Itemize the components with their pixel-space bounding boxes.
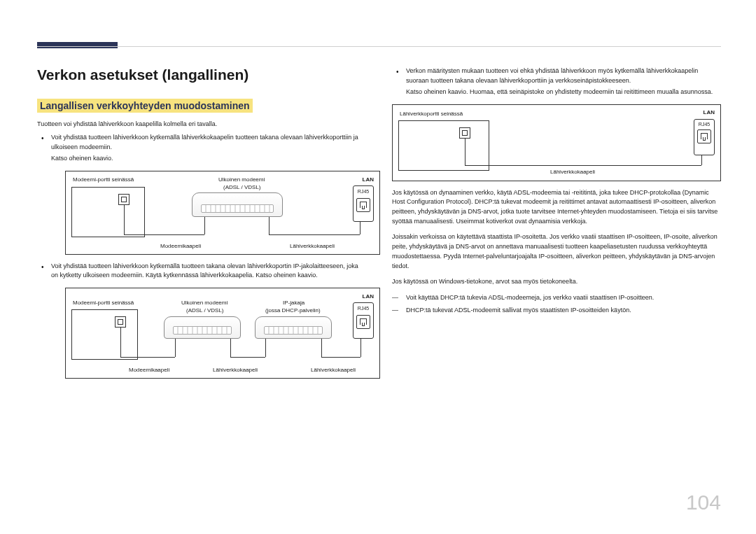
cable-segment [124,205,125,234]
cable-segment [321,357,360,358]
method-item-2: Voit yhdistää tuotteen lähiverkkoon kytk… [51,262,366,379]
note-1: Voit käyttää DHCP:tä tukevia ADSL-modeem… [392,293,721,302]
modem-icon [192,192,283,217]
cable-segment [230,339,231,357]
diagram-splitter: Modeemi-portti seinässä Ulkoinen modeemi… [65,288,380,379]
lan-label: LAN [704,109,715,115]
cable-label: Modeemikaapeli [160,242,201,251]
section-heading: Langallisen verkkoyhteyden muodostaminen [37,99,253,113]
cable-segment [124,234,204,235]
right-column: Verkon määritysten mukaan tuotteen voi e… [392,66,721,316]
wall-label: Modeemi-portti seinässä [73,176,134,184]
splitter-sublabel: (jossa DHCP-palvelin) [265,307,321,315]
modem-sublabel: (ADSL / VDSL) [186,307,224,315]
cable-label: Lähiverkkokaapeli [213,366,258,374]
wall-panel [398,120,489,171]
cable-segment [360,222,360,234]
paragraph-static: Joissakin verkoissa on käytettävä staatt… [392,232,721,272]
cable-segment [230,357,265,358]
rj45-icon [697,129,711,143]
cable-segment [321,339,322,357]
intro-text: Tuotteen voi yhdistää lähiverkkoon kaape… [37,120,366,129]
method-list-right: Verkon määritysten mukaan tuotteen voi e… [392,66,721,97]
splitter-icon [255,316,332,339]
cable-label: Lähiverkkokaapeli [290,242,335,251]
wall-port-icon [459,127,470,139]
lan-label: LAN [363,293,374,301]
lan-device: RJ45 [694,119,715,155]
note-2: DHCP:tä tukevat ADSL-modeemit sallivat m… [392,305,721,315]
wall-panel [71,309,138,360]
paragraph-dhcp: Jos käytössä on dynaaminen verkko, käytä… [392,188,721,227]
cable-segment [269,234,360,235]
modem-icon [164,316,241,339]
cable-segment [175,339,176,357]
cable-segment [269,217,270,234]
cable-segment [120,328,121,357]
cable-segment [465,165,701,166]
header-accent-bar [37,42,118,48]
rj45-icon [356,315,370,329]
wall-label: Lähiverkkoportti seinässä [400,111,463,117]
rj45-label: RJ45 [358,306,369,311]
rj45-label: RJ45 [699,122,710,127]
wall-port-icon [118,194,130,205]
cable-label: Lähiverkkokaapeli [550,169,595,175]
method-item-1: Voit yhdistää tuotteen lähiverkkoon kytk… [51,133,366,255]
cable-segment [204,217,205,234]
diagram-modem: Modeemi-portti seinässä Ulkoinen modeemi… [65,171,380,255]
rj45-label: RJ45 [358,189,369,194]
wall-panel [71,187,145,237]
lan-device: RJ45 [353,302,374,339]
modem-sublabel: (ADSL / VDSL) [223,183,261,192]
lan-device: RJ45 [353,185,374,222]
method-text: Voit yhdistää tuotteen lähiverkkoon kytk… [51,262,358,279]
method-text: Verkon määritysten mukaan tuotteen voi e… [406,67,698,84]
lan-label: LAN [363,176,374,184]
wall-port-icon [115,316,126,328]
page-number: 104 [686,491,721,514]
method-list: Voit yhdistää tuotteen lähiverkkoon kytk… [37,133,366,379]
page-title: Verkon asetukset (langallinen) [37,66,366,83]
paragraph-windows: Jos käytössä on Windows-tietokone, arvot… [392,277,721,287]
cable-segment [360,339,361,357]
cable-label: Modeemikaapeli [129,366,169,374]
cable-segment [701,155,702,165]
cable-label: Lähiverkkokaapeli [311,366,356,374]
rj45-icon [356,198,370,212]
diagram-direct: Lähiverkkoportti seinässä LAN RJ45 Lähiv… [392,104,721,181]
method-subtext: Katso oheinen kaavio. Huomaa, että seinä… [406,87,721,97]
cable-segment [465,139,465,165]
left-column: Verkon asetukset (langallinen) Langallis… [37,66,366,386]
header-divider [37,46,721,47]
wall-label: Modeemi-portti seinässä [73,299,134,307]
cable-segment [120,357,175,358]
method-subtext: Katso oheinen kaavio. [51,154,366,164]
method-item-3: Verkon määritysten mukaan tuotteen voi e… [406,66,721,97]
method-text: Voit yhdistää tuotteen lähiverkkoon kytk… [51,134,358,150]
cable-segment [265,339,266,357]
